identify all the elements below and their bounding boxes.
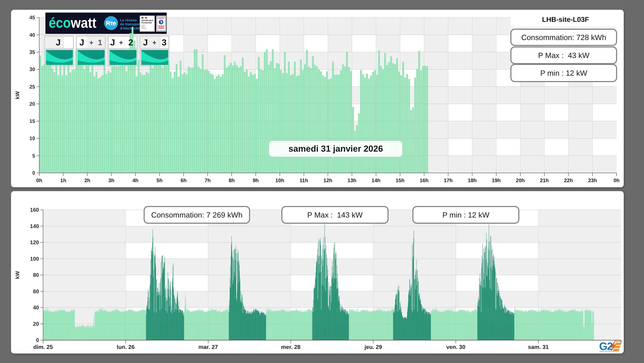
svg-text:mer. 28: mer. 28 bbox=[281, 344, 301, 350]
svg-text:Liberté: Liberté bbox=[141, 25, 145, 26]
svg-text:15: 15 bbox=[29, 119, 35, 124]
svg-text:140: 140 bbox=[30, 223, 39, 229]
svg-text:dim. 25: dim. 25 bbox=[33, 344, 53, 350]
svg-text:25: 25 bbox=[29, 84, 35, 90]
svg-text:Le réseau: Le réseau bbox=[120, 18, 137, 22]
svg-text:0: 0 bbox=[32, 170, 35, 176]
svg-text:21h: 21h bbox=[540, 178, 549, 183]
svg-text:18h: 18h bbox=[468, 178, 477, 183]
svg-text:samedi 31 janvier 2026: samedi 31 janvier 2026 bbox=[289, 144, 383, 154]
svg-text:45: 45 bbox=[29, 15, 35, 21]
svg-text:Consommation: 728 kWh: Consommation: 728 kWh bbox=[521, 33, 606, 42]
svg-text:8h: 8h bbox=[229, 178, 235, 183]
svg-text:2h: 2h bbox=[84, 178, 90, 183]
svg-text:kW: kW bbox=[15, 91, 21, 99]
svg-text:Consommation: 7 269 kWh: Consommation: 7 269 kWh bbox=[151, 211, 243, 219]
svg-text:2: 2 bbox=[128, 38, 133, 47]
svg-text:10: 10 bbox=[29, 136, 35, 141]
svg-text:40: 40 bbox=[29, 32, 35, 38]
svg-text:1h: 1h bbox=[60, 178, 66, 183]
svg-text:30: 30 bbox=[29, 67, 35, 72]
svg-text:+: + bbox=[152, 39, 156, 46]
svg-text:G2: G2 bbox=[599, 340, 613, 352]
svg-text:de transport: de transport bbox=[120, 22, 141, 26]
svg-text:LHB-site-L03F: LHB-site-L03F bbox=[542, 16, 589, 23]
svg-text:100: 100 bbox=[30, 256, 39, 262]
svg-text:120: 120 bbox=[30, 240, 39, 246]
svg-text:16h: 16h bbox=[420, 178, 428, 183]
svg-text:5h: 5h bbox=[156, 178, 162, 183]
svg-text:mar. 27: mar. 27 bbox=[199, 344, 218, 350]
svg-text:6h: 6h bbox=[181, 178, 186, 183]
svg-text:9h: 9h bbox=[253, 178, 259, 183]
svg-text:RÉPUBLIQUE: RÉPUBLIQUE bbox=[141, 19, 153, 22]
svg-text:40: 40 bbox=[33, 305, 39, 311]
svg-text:ADEME: ADEME bbox=[158, 17, 164, 19]
svg-text:J: J bbox=[110, 38, 115, 47]
svg-text:20: 20 bbox=[29, 101, 35, 107]
svg-text:Rte: Rte bbox=[106, 20, 116, 27]
svg-text:d'électricité: d'électricité bbox=[120, 26, 140, 30]
svg-text:P min : 12 kW: P min : 12 kW bbox=[540, 69, 587, 77]
svg-text:0h: 0h bbox=[613, 178, 619, 183]
svg-text:jeu. 29: jeu. 29 bbox=[364, 344, 382, 350]
svg-text:14h: 14h bbox=[372, 178, 380, 183]
svg-text:ven. 30: ven. 30 bbox=[446, 344, 465, 350]
svg-text:Égalité: Égalité bbox=[141, 26, 145, 27]
svg-text:7h: 7h bbox=[205, 178, 211, 183]
svg-text:23h: 23h bbox=[588, 178, 597, 183]
svg-text:3h: 3h bbox=[108, 178, 114, 183]
svg-text:15h: 15h bbox=[396, 178, 404, 183]
svg-text:12h: 12h bbox=[323, 178, 332, 183]
svg-text:17h: 17h bbox=[444, 178, 452, 183]
svg-text:160: 160 bbox=[30, 207, 39, 213]
svg-text:20: 20 bbox=[33, 321, 39, 327]
svg-text:3: 3 bbox=[162, 38, 167, 47]
svg-text:Fraternité: Fraternité bbox=[141, 28, 146, 29]
svg-text:0h: 0h bbox=[36, 178, 42, 183]
svg-text:5: 5 bbox=[32, 153, 35, 159]
svg-text:+: + bbox=[89, 39, 93, 46]
svg-text:22h: 22h bbox=[564, 178, 573, 183]
svg-text:60: 60 bbox=[33, 289, 39, 295]
svg-text:écowatt: écowatt bbox=[49, 15, 96, 31]
svg-text:13h: 13h bbox=[348, 178, 356, 183]
svg-text:J: J bbox=[56, 38, 61, 47]
svg-text:+: + bbox=[119, 39, 123, 46]
svg-text:10h: 10h bbox=[275, 178, 284, 183]
svg-text:kW: kW bbox=[15, 271, 21, 279]
svg-text:P min : 12 kW: P min : 12 kW bbox=[442, 211, 489, 219]
svg-text:J: J bbox=[80, 38, 84, 47]
svg-text:20h: 20h bbox=[516, 178, 525, 183]
svg-text:1: 1 bbox=[98, 38, 102, 47]
svg-text:35: 35 bbox=[29, 50, 35, 55]
svg-text:sam. 31: sam. 31 bbox=[528, 344, 549, 350]
svg-text:FRANÇAISE: FRANÇAISE bbox=[141, 22, 152, 24]
svg-text:19h: 19h bbox=[492, 178, 501, 183]
svg-text:lun. 26: lun. 26 bbox=[117, 344, 135, 350]
svg-text:P Max : 143 kW: P Max : 143 kW bbox=[307, 211, 363, 219]
svg-text:FRANCE: FRANCE bbox=[614, 340, 622, 342]
svg-text:0: 0 bbox=[36, 337, 39, 343]
svg-text:J: J bbox=[143, 38, 148, 47]
svg-text:11h: 11h bbox=[300, 178, 308, 183]
svg-text:P Max : 43 kW: P Max : 43 kW bbox=[538, 51, 589, 60]
svg-text:4h: 4h bbox=[132, 178, 138, 183]
svg-text:80: 80 bbox=[33, 272, 39, 278]
